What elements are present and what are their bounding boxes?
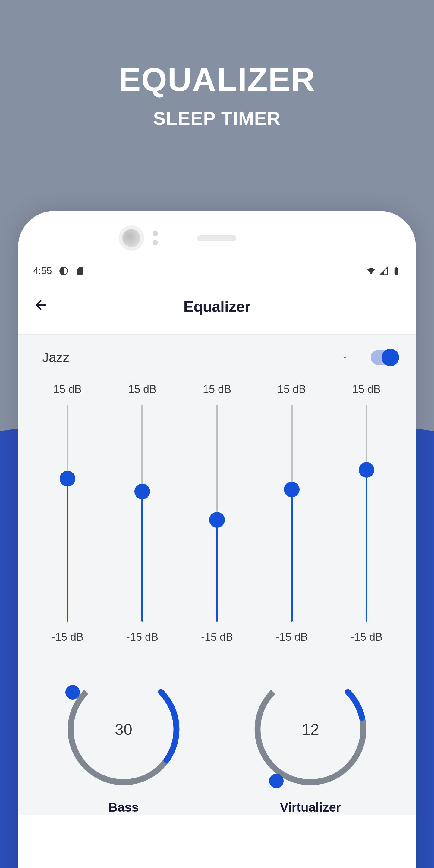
slider-thumb-icon <box>284 482 300 497</box>
wifi-icon <box>367 267 375 276</box>
knob-thumb-icon <box>269 774 284 788</box>
preset-selected-label: Jazz <box>42 350 69 365</box>
camera-icon <box>122 229 141 247</box>
status-bar: 4:55 <box>18 247 416 285</box>
min-db-label: -15 dB <box>126 631 158 644</box>
knob-thumb-icon <box>65 685 80 700</box>
phone-frame: 4:55 Equalizer Jazz 15 dB <box>18 211 416 868</box>
chevron-down-icon <box>341 353 350 362</box>
speaker-icon <box>197 236 236 241</box>
max-db-label: 15 dB <box>53 383 82 396</box>
cell-signal-icon <box>379 267 388 276</box>
arrow-left-icon <box>33 298 48 313</box>
toggle-thumb-icon <box>381 349 399 366</box>
knobs-row: 30 Bass 12 Virtualizer <box>30 655 404 815</box>
eq-band-5: 15 dB -15 dB <box>333 383 400 644</box>
sensor-dot-icon <box>153 240 158 245</box>
sd-card-icon <box>75 267 84 276</box>
eq-band-1: 15 dB -15 dB <box>34 383 101 644</box>
virtualizer-label: Virtualizer <box>280 800 341 815</box>
max-db-label: 15 dB <box>203 383 231 396</box>
slider-fill <box>67 478 68 622</box>
virtualizer-value: 12 <box>302 720 319 738</box>
max-db-label: 15 dB <box>352 383 381 396</box>
min-db-label: -15 dB <box>276 631 308 644</box>
max-db-label: 15 dB <box>278 383 306 396</box>
eq-slider-2[interactable] <box>141 405 143 622</box>
app-status-icon <box>59 267 68 276</box>
eq-bands: 15 dB -15 dB 15 dB -15 dB 15 dB <box>30 377 404 655</box>
eq-band-2: 15 dB -15 dB <box>108 383 176 644</box>
promo-title: EQUALIZER <box>0 60 434 98</box>
slider-thumb-icon <box>134 484 150 499</box>
preset-dropdown[interactable]: Jazz <box>42 350 350 365</box>
slider-fill <box>141 492 143 622</box>
sensor-dot-icon <box>153 231 158 236</box>
phone-notch <box>18 211 416 247</box>
virtualizer-knob[interactable]: 12 <box>252 671 369 788</box>
status-time: 4:55 <box>33 265 52 276</box>
slider-fill <box>216 520 218 622</box>
bass-knob[interactable]: 30 <box>65 671 182 788</box>
eq-band-3: 15 dB -15 dB <box>183 383 250 644</box>
eq-band-4: 15 dB -15 dB <box>258 383 325 644</box>
bass-value: 30 <box>115 720 132 738</box>
svg-rect-1 <box>395 268 398 275</box>
slider-fill <box>291 490 293 622</box>
back-button[interactable] <box>33 298 48 316</box>
battery-icon <box>392 267 401 276</box>
content-area: Jazz 15 dB -15 dB 15 dB <box>18 335 416 815</box>
page-title: Equalizer <box>184 298 250 315</box>
min-db-label: -15 dB <box>350 631 382 644</box>
slider-fill <box>366 470 367 622</box>
max-db-label: 15 dB <box>128 383 156 396</box>
eq-slider-1[interactable] <box>67 405 68 622</box>
svg-rect-2 <box>396 267 397 268</box>
slider-thumb-icon <box>60 471 75 487</box>
slider-thumb-icon <box>359 462 374 478</box>
eq-toggle[interactable] <box>371 350 398 365</box>
eq-slider-3[interactable] <box>216 405 218 622</box>
bass-label: Bass <box>108 800 138 815</box>
app-header: Equalizer <box>18 285 416 334</box>
eq-slider-5[interactable] <box>366 405 367 622</box>
promo-subtitle: SLEEP TIMER <box>0 107 434 129</box>
min-db-label: -15 dB <box>201 631 233 644</box>
min-db-label: -15 dB <box>52 631 84 644</box>
slider-thumb-icon <box>209 512 225 528</box>
eq-slider-4[interactable] <box>291 405 293 622</box>
